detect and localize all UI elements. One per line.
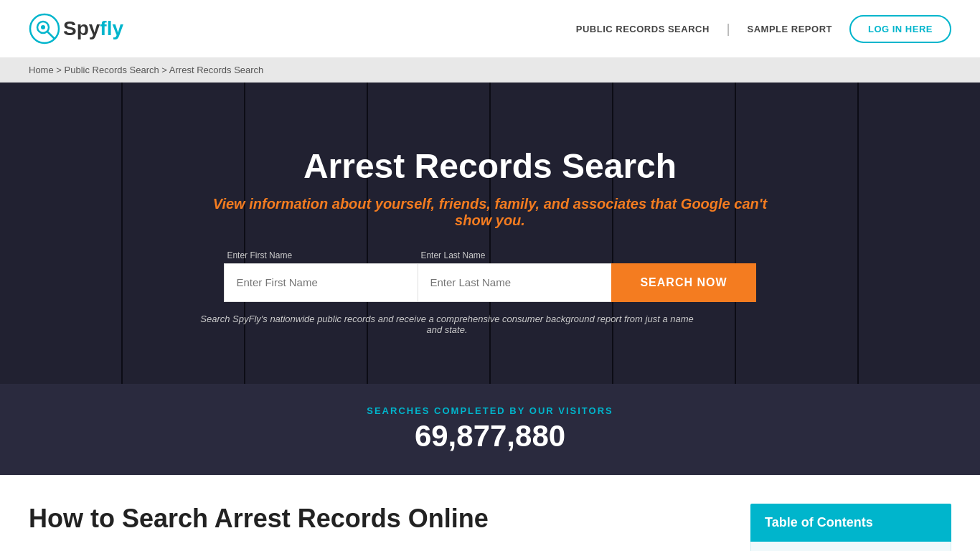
breadcrumb-sep2: > bbox=[159, 65, 169, 75]
hero-subtitle: View information about yourself, friends… bbox=[196, 196, 784, 229]
hero-content: Arrest Records Search View information a… bbox=[167, 118, 813, 349]
first-name-group: Enter First Name bbox=[224, 250, 418, 302]
nav-divider: | bbox=[727, 22, 730, 37]
hero-disclaimer: Search SpyFly's nationwide public record… bbox=[196, 314, 698, 335]
main-heading: How to Search Arrest Records Online bbox=[29, 504, 729, 534]
svg-point-3 bbox=[41, 25, 45, 29]
toc-sidebar: Table of Contents What is included in an… bbox=[750, 504, 951, 551]
main-paragraph: SpyFly provides instant access to arrest… bbox=[29, 548, 729, 551]
svg-line-2 bbox=[47, 32, 54, 38]
toc-body: What is included in an online arrest rec… bbox=[750, 542, 951, 551]
breadcrumb-sep1: > bbox=[54, 65, 65, 75]
search-now-button[interactable]: SEARCH NOW bbox=[611, 263, 755, 302]
login-button[interactable]: LOG IN HERE bbox=[849, 15, 951, 43]
content-area: How to Search Arrest Records Online SpyF… bbox=[0, 475, 980, 551]
nav-sample-report[interactable]: SAMPLE REPORT bbox=[748, 24, 832, 34]
hero-section: Arrest Records Search View information a… bbox=[0, 83, 980, 384]
breadcrumb-home[interactable]: Home bbox=[29, 65, 54, 75]
main-content: How to Search Arrest Records Online SpyF… bbox=[29, 504, 729, 551]
logo[interactable]: Spyfly bbox=[29, 13, 123, 44]
breadcrumb-public-records[interactable]: Public Records Search bbox=[65, 65, 159, 75]
last-name-input[interactable] bbox=[418, 263, 611, 302]
breadcrumb-current: Arrest Records Search bbox=[169, 65, 264, 75]
first-name-label: Enter First Name bbox=[224, 250, 418, 260]
breadcrumb: Home > Public Records Search > Arrest Re… bbox=[0, 57, 980, 83]
last-name-label: Enter Last Name bbox=[418, 250, 611, 260]
spyfly-logo-icon bbox=[29, 13, 60, 44]
bg-face-1 bbox=[0, 83, 121, 384]
stats-number: 69,877,880 bbox=[29, 419, 951, 453]
hero-title: Arrest Records Search bbox=[196, 146, 784, 186]
nav-public-records[interactable]: PUBLIC RECORDS SEARCH bbox=[576, 24, 710, 34]
toc-header: Table of Contents bbox=[750, 504, 951, 542]
search-form: Enter First Name Enter Last Name SEARCH … bbox=[196, 250, 784, 302]
last-name-group: Enter Last Name bbox=[418, 250, 611, 302]
nav-area: PUBLIC RECORDS SEARCH | SAMPLE REPORT LO… bbox=[576, 15, 951, 43]
bg-face-8 bbox=[859, 83, 980, 384]
stats-label: SEARCHES COMPLETED BY OUR VISITORS bbox=[29, 405, 951, 416]
logo-text: Spyfly bbox=[63, 17, 123, 40]
stats-bar: SEARCHES COMPLETED BY OUR VISITORS 69,87… bbox=[0, 384, 980, 475]
header: Spyfly PUBLIC RECORDS SEARCH | SAMPLE RE… bbox=[0, 0, 980, 57]
first-name-input[interactable] bbox=[224, 263, 418, 302]
